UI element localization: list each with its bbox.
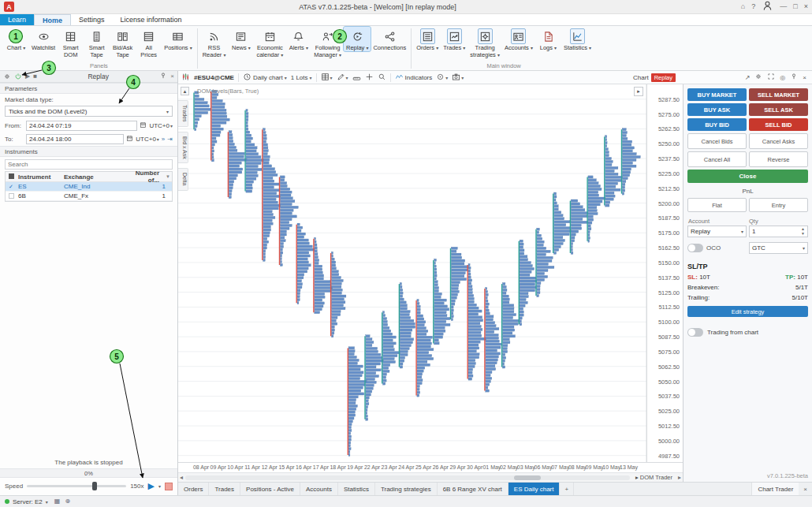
toggle-knob[interactable] xyxy=(687,244,703,252)
table-row[interactable]: ✓ ES CME_Ind 1 xyxy=(6,182,172,192)
ribbon-item-positions[interactable]: Positions ▾ xyxy=(162,27,195,51)
calendar-icon[interactable] xyxy=(126,135,133,144)
ribbon-item-alerts[interactable]: Alerts ▾ xyxy=(285,27,311,51)
apps-grid-icon[interactable]: ▦ xyxy=(54,498,61,505)
side-tab-trades[interactable]: Trades xyxy=(178,100,188,127)
ribbon-item-trades[interactable]: Trades ▾ xyxy=(441,27,467,51)
target-icon[interactable]: ▾ xyxy=(436,73,448,83)
bottom-tab-6b-6-range-xv-chart[interactable]: 6B 6 Range XV chart xyxy=(438,483,508,495)
ribbon-item-trading-strategies[interactable]: Tradingstrategies ▾ xyxy=(467,27,502,58)
ribbon-item-news[interactable]: News ▾ xyxy=(228,27,254,51)
chart-trader-tab[interactable]: Chart Trader xyxy=(751,483,799,495)
chevron-down-icon[interactable]: ▾ xyxy=(46,499,48,505)
close-icon[interactable]: × xyxy=(799,483,812,495)
ribbon-item-statistics[interactable]: Statistics ▾ xyxy=(561,27,594,51)
scrollbar-track[interactable] xyxy=(185,475,630,480)
ribbon-item-watchlist[interactable]: Watchlist xyxy=(29,27,58,51)
buy-market-button[interactable]: BUY MARKET xyxy=(687,88,747,101)
bottom-tab-positions-active[interactable]: Positions - Active xyxy=(240,483,300,495)
ribbon-item-accounts[interactable]: Accounts ▾ xyxy=(502,27,535,51)
pin-icon[interactable] xyxy=(159,72,167,81)
qty-stepper[interactable]: 1▲▼ xyxy=(749,226,808,237)
tab-settings[interactable]: Settings xyxy=(71,14,113,25)
skip-forward-icon[interactable]: » xyxy=(162,136,165,143)
instruments-section-header[interactable]: Instruments xyxy=(0,146,177,157)
column-exchange[interactable]: Exchange xyxy=(64,173,133,181)
ruler-icon[interactable] xyxy=(352,73,361,83)
indicators-button[interactable]: Indicators xyxy=(395,73,433,83)
ribbon-item-smart-tape[interactable]: SmartTape xyxy=(84,27,110,58)
lots-select[interactable]: 1 Lots▾ xyxy=(291,74,312,81)
close-panel-icon[interactable]: × xyxy=(170,73,174,80)
cancel-bids-button[interactable]: Cancel Bids xyxy=(687,133,747,149)
skip-to-end-icon[interactable]: ⇥ xyxy=(167,136,173,143)
sell-bid-button[interactable]: SELL BID xyxy=(749,118,808,131)
bottom-tab-es-daily-chart[interactable]: ES Daily chart xyxy=(508,483,561,495)
tab-license-information[interactable]: License information xyxy=(113,14,190,25)
maximize-icon[interactable]: □ xyxy=(793,3,797,10)
scrollbar-thumb[interactable] xyxy=(514,475,541,480)
to-datetime-input[interactable]: 24.04.24 18:00 xyxy=(26,134,124,144)
cancel-all-button[interactable]: Cancel All xyxy=(687,151,747,167)
cancel-asks-button[interactable]: Cancel Asks xyxy=(749,133,808,149)
row-checkbox[interactable]: ✓ xyxy=(6,184,17,190)
parameters-section-header[interactable]: Parameters xyxy=(0,83,177,94)
panel-expand-icon[interactable]: ▸ xyxy=(634,87,643,96)
sell-ask-button[interactable]: SELL ASK xyxy=(749,103,808,116)
crosshair-icon[interactable] xyxy=(365,73,374,83)
dom-trader-tab[interactable]: ▸DOM Trader xyxy=(632,474,676,481)
bottom-tab-statistics[interactable]: Statistics xyxy=(338,483,375,495)
snapshot-camera-icon[interactable]: ▾ xyxy=(452,73,464,83)
popout-icon[interactable]: ↗ xyxy=(745,74,751,81)
price-axis[interactable]: 5287.505275.005262.505250.005237.505225.… xyxy=(646,84,683,462)
account-select[interactable]: Replay▾ xyxy=(687,226,747,237)
ribbon-item-logs[interactable]: Logs ▾ xyxy=(535,27,561,51)
trading-from-chart-toggle[interactable]: Trading from chart xyxy=(687,328,808,337)
sl-value[interactable]: 10T xyxy=(699,274,710,281)
date-axis[interactable]: 08 Apr09 Apr10 Apr11 Apr12 Apr15 Apr16 A… xyxy=(178,462,683,472)
flat-button[interactable]: Flat xyxy=(687,198,747,212)
home-icon[interactable]: ⌂ xyxy=(741,3,745,10)
entry-button[interactable]: Entry xyxy=(749,198,808,212)
pin-icon[interactable] xyxy=(790,73,798,82)
minimize-icon[interactable]: — xyxy=(780,3,787,10)
sort-icon[interactable]: ▼ xyxy=(166,174,170,179)
scroll-left-icon[interactable]: ◂ xyxy=(180,474,183,481)
tab-learn[interactable]: Learn xyxy=(0,14,34,25)
oco-toggle[interactable]: OCO xyxy=(687,242,747,254)
bottom-tab-trades[interactable]: Trades xyxy=(209,483,240,495)
trailing-value[interactable]: 5/10T xyxy=(792,294,808,301)
server-label[interactable]: Server: E2 xyxy=(13,498,43,505)
select-all-checkbox[interactable] xyxy=(6,173,17,180)
record-icon[interactable]: ◎ xyxy=(780,74,785,81)
speed-slider-handle[interactable] xyxy=(92,482,97,490)
ribbon-item-chart[interactable]: Chart ▾ xyxy=(3,27,29,51)
globe-icon[interactable]: ⊕ xyxy=(65,498,70,505)
ribbon-item-connections[interactable]: Connections xyxy=(371,27,408,51)
ribbon-item-economic-calendar[interactable]: Economiccalendar ▾ xyxy=(254,27,285,58)
ribbon-item-following-manager[interactable]: FollowingManager ▾ xyxy=(311,27,344,58)
sell-market-button[interactable]: SELL MARKET xyxy=(749,88,808,101)
fullscreen-icon[interactable] xyxy=(767,73,775,82)
settings-gear-icon[interactable] xyxy=(754,73,762,82)
ribbon-item-bid-ask-tape[interactable]: Bid/AskTape xyxy=(110,27,136,58)
toggle-knob[interactable] xyxy=(687,328,703,337)
tif-select[interactable]: GTC▾ xyxy=(749,242,808,254)
layout-grid-icon[interactable]: ▾ xyxy=(321,73,333,83)
bottom-tab-trading-strategies[interactable]: Trading strategies xyxy=(375,483,438,495)
ribbon-item-rss-reader[interactable]: RSSReader ▾ xyxy=(200,27,229,58)
row-checkbox[interactable] xyxy=(6,193,17,199)
table-row[interactable]: 6B CME_Fx 1 xyxy=(6,192,172,201)
instruments-table-header[interactable]: Instrument Exchange Number of... ▼ xyxy=(6,172,172,182)
zoom-icon[interactable] xyxy=(378,73,386,83)
buy-ask-button[interactable]: BUY ASK xyxy=(687,103,747,116)
playback-stop-button[interactable] xyxy=(165,483,173,490)
reverse-button[interactable]: Reverse xyxy=(749,151,808,167)
breakeven-value[interactable]: 5/1T xyxy=(795,284,808,291)
user-icon[interactable] xyxy=(762,0,773,13)
help-icon[interactable]: ? xyxy=(751,3,755,10)
close-position-button[interactable]: Close xyxy=(687,170,808,183)
bottom-tab-accounts[interactable]: Accounts xyxy=(300,483,338,495)
speed-slider[interactable] xyxy=(27,485,126,487)
calendar-icon[interactable] xyxy=(140,121,147,130)
